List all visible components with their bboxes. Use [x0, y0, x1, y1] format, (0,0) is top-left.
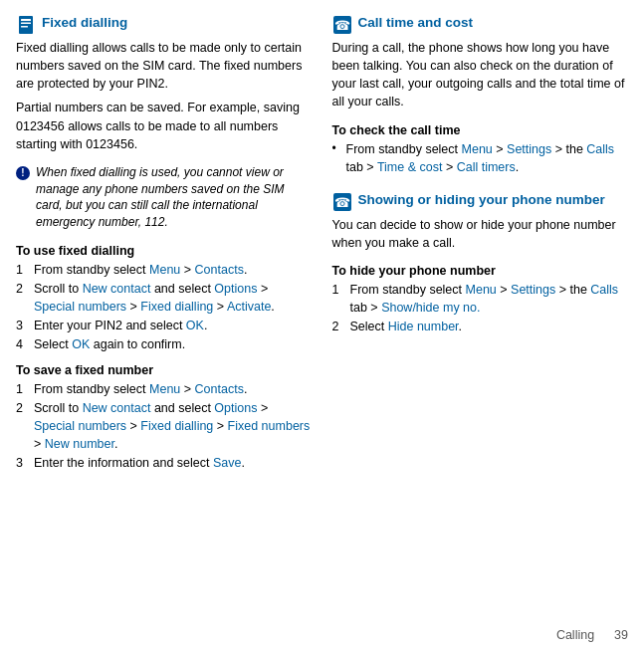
phone-icon-1: ☎	[332, 15, 352, 35]
warning-text: When fixed dialling is used, you cannot …	[36, 164, 313, 231]
ok-link-1: OK	[186, 319, 204, 332]
svg-text:☎: ☎	[334, 18, 350, 33]
special-numbers-link-1: Special numbers	[34, 300, 126, 314]
menu-link-3: Menu	[462, 142, 493, 156]
hide-step-2: 2 Select Hide number.	[332, 318, 629, 335]
call-timers-link: Call timers	[457, 160, 516, 174]
fixed-dialling-link-1: Fixed dialling	[140, 300, 213, 314]
save-step-1: 1 From standby select Menu > Contacts.	[16, 380, 313, 398]
save-fixed-number-title: To save a fixed number	[16, 363, 313, 377]
footer-section: Calling	[556, 628, 594, 642]
menu-link-4: Menu	[466, 283, 497, 297]
show-hide-body: You can decide to show or hide your phon…	[332, 216, 629, 252]
svg-rect-1	[21, 19, 31, 21]
save-step-3: 3 Enter the information and select Save.	[16, 454, 313, 472]
options-link-2: Options	[214, 401, 257, 415]
fixed-dialling-body2: Partial numbers can be saved. For exampl…	[16, 99, 313, 152]
page: Fixed dialling Fixed dialling allows cal…	[0, 0, 644, 650]
contacts-link-1: Contacts	[195, 263, 244, 277]
footer-content: Calling 39	[556, 628, 628, 642]
calls-tab-link-2: Calls	[590, 283, 618, 297]
show-hide-title: Showing or hiding your phone number	[358, 191, 605, 209]
save-step-2: 2 Scroll to New contact and select Optio…	[16, 399, 313, 453]
menu-link-1: Menu	[149, 263, 180, 277]
check-call-time-title: To check the call time	[332, 123, 629, 137]
footer: Calling 39	[16, 620, 628, 642]
use-step-4: 4 Select OK again to confirm.	[16, 335, 313, 353]
fixed-dialling-body1: Fixed dialling allows calls to be made o…	[16, 39, 313, 93]
fixed-numbers-link: Fixed numbers	[228, 419, 311, 433]
document-icon	[16, 15, 36, 35]
svg-text:☎: ☎	[334, 195, 350, 210]
fixed-dialling-link-2: Fixed dialling	[140, 419, 213, 433]
calls-tab-link-1: Calls	[586, 142, 614, 156]
call-time-title: Call time and cost	[358, 14, 474, 32]
use-step-2: 2 Scroll to New contact and select Optio…	[16, 280, 313, 316]
svg-rect-2	[21, 23, 31, 25]
hide-number-link: Hide number	[388, 320, 459, 333]
show-hide-no-link: Show/hide my no.	[381, 301, 480, 315]
new-number-link: New number	[45, 437, 114, 451]
check-bullet-1: • From standby select Menu > Settings > …	[332, 140, 629, 176]
warning-icon: !	[16, 166, 30, 180]
ok-link-2: OK	[72, 337, 90, 351]
new-contact-link-2: New contact	[83, 401, 151, 415]
footer-page-number: 39	[614, 628, 628, 642]
hide-number-title: To hide your phone number	[332, 264, 629, 278]
phone-icon-2: ☎	[332, 192, 352, 212]
fixed-dialling-title: Fixed dialling	[42, 14, 127, 32]
settings-link-2: Settings	[511, 283, 555, 297]
fixed-dialling-header: Fixed dialling	[16, 14, 313, 35]
settings-link-1: Settings	[507, 142, 551, 156]
use-fixed-dialling-title: To use fixed dialling	[16, 244, 313, 258]
call-time-header: ☎ Call time and cost	[332, 14, 629, 35]
use-step-3: 3 Enter your PIN2 and select OK.	[16, 317, 313, 334]
options-link-1: Options	[214, 282, 257, 296]
right-column: ☎ Call time and cost During a call, the …	[332, 8, 629, 620]
activate-link: Activate	[227, 300, 271, 314]
svg-rect-3	[21, 26, 28, 28]
contacts-link-2: Contacts	[195, 382, 244, 396]
special-numbers-link-2: Special numbers	[34, 419, 126, 433]
save-link: Save	[213, 456, 242, 470]
content-area: Fixed dialling Fixed dialling allows cal…	[16, 8, 628, 620]
svg-rect-0	[19, 16, 33, 34]
show-hide-header: ☎ Showing or hiding your phone number	[332, 191, 629, 212]
hide-step-1: 1 From standby select Menu > Settings > …	[332, 281, 629, 317]
use-step-1: 1 From standby select Menu > Contacts.	[16, 261, 313, 279]
left-column: Fixed dialling Fixed dialling allows cal…	[16, 8, 313, 620]
warning-box: ! When fixed dialling is used, you canno…	[16, 164, 313, 231]
menu-link-2: Menu	[149, 382, 180, 396]
call-time-body: During a call, the phone shows how long …	[332, 39, 629, 111]
new-contact-link-1: New contact	[83, 282, 151, 296]
time-cost-link: Time & cost	[377, 160, 443, 174]
